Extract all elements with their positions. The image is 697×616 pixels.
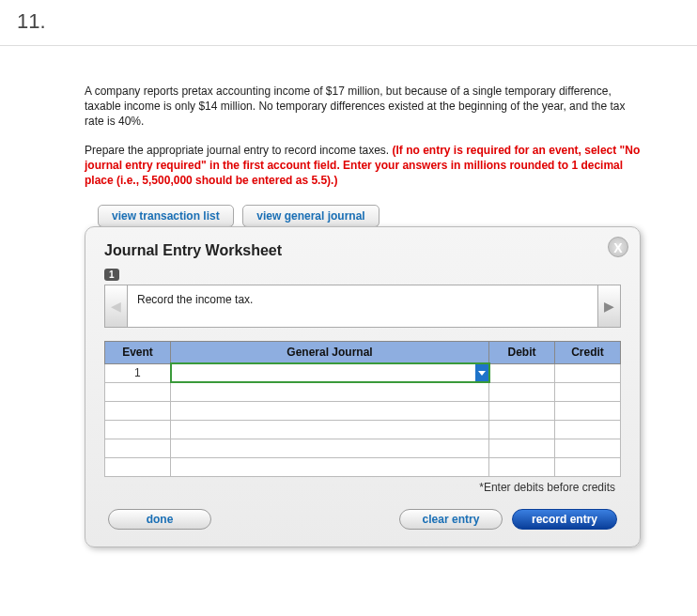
table-row <box>105 420 621 439</box>
problem-paragraph-1: A company reports pretax accounting inco… <box>85 84 641 130</box>
credit-cell[interactable] <box>555 401 621 420</box>
credit-cell[interactable] <box>555 382 621 401</box>
prev-arrow-icon[interactable]: ◀ <box>104 285 127 328</box>
journal-entry-panel: X Journal Entry Worksheet 1 ◀ Record the… <box>85 226 641 547</box>
table-row <box>105 382 621 401</box>
table-row: 1 <box>105 363 621 382</box>
debit-cell[interactable] <box>489 363 555 382</box>
event-cell: 1 <box>105 363 171 382</box>
col-credit: Credit <box>555 342 621 364</box>
instruction-text: Record the income tax. <box>127 285 598 328</box>
debit-cell[interactable] <box>489 439 555 457</box>
chevron-down-icon[interactable] <box>475 364 488 381</box>
col-event: Event <box>105 342 171 364</box>
step-badge[interactable]: 1 <box>104 269 119 281</box>
view-general-journal-button[interactable]: view general journal <box>242 205 379 227</box>
event-cell <box>105 439 171 457</box>
event-cell <box>105 401 171 420</box>
debit-cell[interactable] <box>489 420 555 439</box>
account-dropdown[interactable] <box>171 439 489 457</box>
problem-instruction: Prepare the appropriate journal entry to… <box>85 144 393 157</box>
col-debit: Debit <box>489 342 555 364</box>
footnote: *Enter debits before credits <box>104 481 615 494</box>
event-cell <box>105 382 171 401</box>
col-general-journal: General Journal <box>171 342 489 364</box>
table-row <box>105 457 621 476</box>
panel-title: Journal Entry Worksheet <box>104 242 621 259</box>
credit-cell[interactable] <box>555 439 621 457</box>
account-dropdown[interactable] <box>171 401 489 420</box>
account-dropdown[interactable] <box>171 420 489 439</box>
credit-cell[interactable] <box>555 457 621 476</box>
table-row <box>105 439 621 457</box>
account-dropdown[interactable] <box>171 363 489 382</box>
table-row <box>105 401 621 420</box>
problem-paragraph-2: Prepare the appropriate journal entry to… <box>85 143 641 189</box>
record-entry-button[interactable]: record entry <box>512 509 617 530</box>
credit-cell[interactable] <box>555 420 621 439</box>
account-dropdown[interactable] <box>171 457 489 476</box>
done-button[interactable]: done <box>108 509 211 530</box>
next-arrow-icon[interactable]: ▶ <box>598 285 621 328</box>
view-transaction-list-button[interactable]: view transaction list <box>98 205 234 227</box>
debit-cell[interactable] <box>489 382 555 401</box>
question-number: 11. <box>0 0 697 46</box>
close-icon[interactable]: X <box>608 237 628 257</box>
clear-entry-button[interactable]: clear entry <box>399 509 503 530</box>
debit-cell[interactable] <box>489 457 555 476</box>
account-dropdown[interactable] <box>171 382 489 401</box>
journal-entry-table: Event General Journal Debit Credit 1 <box>104 341 621 477</box>
event-cell <box>105 457 171 476</box>
credit-cell[interactable] <box>555 363 621 382</box>
debit-cell[interactable] <box>489 401 555 420</box>
event-cell <box>105 420 171 439</box>
